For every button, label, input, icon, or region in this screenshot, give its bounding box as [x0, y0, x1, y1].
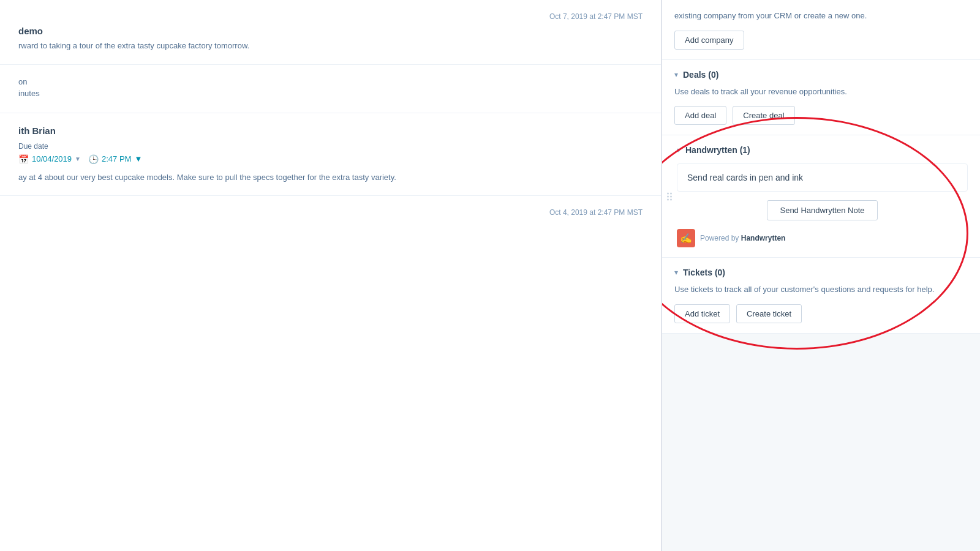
handwrytten-logo: ✍ — [677, 229, 695, 247]
calendar-icon: 📅 — [18, 154, 29, 164]
deals-chevron-icon: ▾ — [674, 70, 678, 79]
powered-by-row: ✍ Powered by Handwrytten — [677, 229, 968, 247]
date-picker-button[interactable]: 📅 10/04/2019 ▼ — [18, 154, 81, 164]
powered-by-brand: Handwrytten — [741, 234, 786, 242]
handwrytten-title: Handwrytten (1) — [685, 145, 750, 155]
tickets-btn-row: Add ticket Create ticket — [674, 304, 968, 323]
email-block-1: Oct 7, 2019 at 2:47 PM MST demo rward to… — [0, 0, 661, 65]
tickets-header[interactable]: ▾ Tickets (0) — [674, 268, 968, 277]
add-deal-button[interactable]: Add deal — [674, 106, 726, 125]
deals-title: Deals (0) — [683, 70, 718, 80]
due-date-label: Due date — [18, 142, 643, 151]
send-note-row: Send Handwrytten Note — [677, 200, 968, 220]
activity-field-2: inutes — [18, 89, 643, 98]
date-value: 10/04/2019 — [32, 154, 72, 163]
meeting-block: ith Brian Due date 📅 10/04/2019 ▼ 🕒 2:47… — [0, 113, 661, 197]
deals-header[interactable]: ▾ Deals (0) — [674, 70, 968, 80]
email-body-1: rward to taking a tour of the extra tast… — [18, 40, 643, 52]
tickets-section: ▾ Tickets (0) Use tickets to track all o… — [662, 258, 980, 334]
handwrytten-chevron-icon: ▾ — [677, 146, 680, 154]
deals-section: ▾ Deals (0) Use deals to track all your … — [662, 60, 980, 136]
email-timestamp-2: Oct 4, 2019 at 2:47 PM MST — [18, 208, 643, 217]
company-btn-row: Add company — [674, 31, 968, 50]
date-time-row: 📅 10/04/2019 ▼ 🕒 2:47 PM ▼ — [18, 154, 643, 164]
time-picker-button[interactable]: 🕒 2:47 PM ▼ — [88, 154, 142, 164]
company-section: existing company from your CRM or create… — [662, 0, 980, 60]
add-ticket-button[interactable]: Add ticket — [674, 304, 730, 323]
activity-field-1: on — [18, 77, 643, 86]
add-company-button[interactable]: Add company — [674, 31, 744, 50]
tickets-title: Tickets (0) — [683, 268, 725, 277]
handwrytten-card-text: Send real cards in pen and ink — [687, 173, 957, 182]
clock-icon: 🕒 — [88, 154, 99, 164]
handwrytten-card: Send real cards in pen and ink — [677, 163, 968, 192]
handwrytten-header[interactable]: ▾ Handwrytten (1) — [677, 145, 968, 155]
meeting-title: ith Brian — [18, 126, 643, 136]
time-chevron-icon: ▼ — [134, 154, 142, 163]
handwrytten-logo-icon: ✍ — [680, 233, 692, 244]
email-timestamp-1: Oct 7, 2019 at 2:47 PM MST — [18, 12, 643, 21]
powered-by-text: Powered by Handwrytten — [700, 234, 785, 242]
meeting-body: ay at 4 about our very best cupcake mode… — [18, 171, 643, 184]
left-panel: Oct 7, 2019 at 2:47 PM MST demo rward to… — [0, 0, 662, 551]
send-handwrytten-note-button[interactable]: Send Handwrytten Note — [767, 200, 877, 220]
deals-btn-row: Add deal Create deal — [674, 106, 968, 125]
tickets-desc: Use tickets to track all of your custome… — [674, 283, 968, 296]
handwrytten-section: ▾ Handwrytten (1) Send real cards in pen… — [662, 135, 980, 258]
email-subject-1: demo — [18, 26, 643, 36]
date-chevron-icon: ▼ — [75, 156, 81, 162]
create-deal-button[interactable]: Create deal — [733, 106, 794, 125]
drag-handle — [667, 192, 672, 200]
right-panel: existing company from your CRM or create… — [662, 0, 980, 551]
create-ticket-button[interactable]: Create ticket — [736, 304, 802, 323]
deals-desc: Use deals to track all your revenue oppo… — [674, 86, 968, 98]
email-block-2: Oct 4, 2019 at 2:47 PM MST — [0, 196, 661, 234]
activity-block: on inutes — [0, 65, 661, 113]
company-desc: existing company from your CRM or create… — [674, 10, 968, 22]
time-value: 2:47 PM — [102, 154, 131, 163]
tickets-chevron-icon: ▾ — [674, 268, 678, 277]
